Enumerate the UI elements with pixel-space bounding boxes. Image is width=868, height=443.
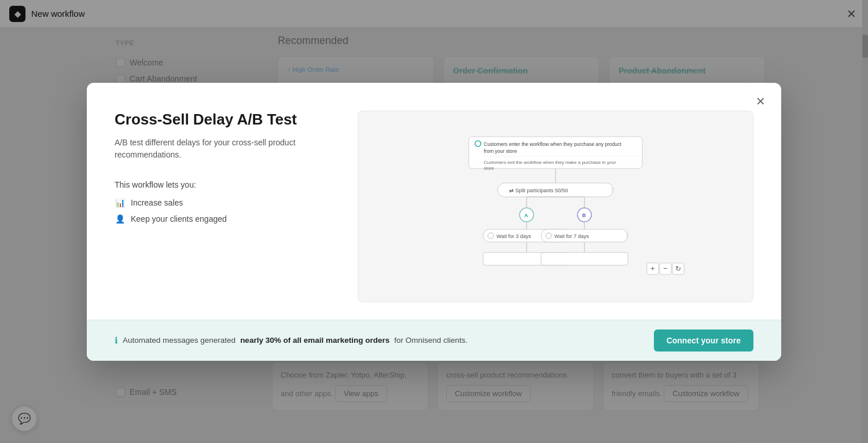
svg-text:⋮: ⋮ [624,232,630,239]
modal-left-panel: Cross-Sell Delay A/B Test A/B test diffe… [115,111,334,302]
feature-item-1: 📊 Increase sales [115,197,334,208]
svg-text:Customers exit the workflow wh: Customers exit the workflow when they ma… [484,160,616,165]
svg-text:Wait for 3 days: Wait for 3 days [496,233,531,239]
svg-text:Wait for 7 days: Wait for 7 days [554,233,589,239]
workflow-diagram-svg: Customers enter the workflow when they p… [370,131,741,281]
clients-icon: 👤 [115,214,125,224]
banner-highlight: nearly 30% of all email marketing orders [240,336,389,345]
modal-body: Cross-Sell Delay A/B Test A/B test diffe… [87,83,781,320]
lets-you-label: This workflow lets you: [115,180,334,189]
modal-close-button[interactable]: ✕ [751,92,770,111]
svg-text:⇄ Split participants 50/50: ⇄ Split participants 50/50 [509,188,568,193]
svg-text:B: B [582,213,586,218]
svg-text:+: + [650,264,655,273]
modal-overlay: ✕ Cross-Sell Delay A/B Test A/B test dif… [0,0,868,443]
modal-banner: ℹ Automated messages generated nearly 30… [87,320,781,361]
svg-text:Customers enter the workflow w: Customers enter the workflow when they p… [484,141,621,147]
svg-text:−: − [663,264,668,273]
svg-text:from your store: from your store [484,148,517,154]
svg-text:A: A [524,213,528,218]
svg-rect-31 [541,252,628,265]
banner-suffix: for Omnisend clients. [394,336,468,345]
svg-text:⋮: ⋮ [609,186,615,193]
modal-right-panel: Customers enter the workflow when they p… [358,111,753,302]
workflow-title: Cross-Sell Delay A/B Test [115,111,334,129]
banner-text: ℹ Automated messages generated nearly 30… [115,335,468,346]
workflow-preview: Customers enter the workflow when they p… [358,111,753,302]
svg-text:store: store [484,166,494,171]
workflow-description: A/B test different delays for your cross… [115,137,334,162]
connect-store-button[interactable]: Connect your store [654,329,753,352]
sales-icon: 📊 [115,197,125,208]
modal-dialog: ✕ Cross-Sell Delay A/B Test A/B test dif… [87,83,781,361]
banner-prefix: Automated messages generated [123,336,236,345]
svg-text:↻: ↻ [675,265,681,273]
feature-list: 📊 Increase sales 👤 Keep your clients eng… [115,197,334,224]
info-icon: ℹ [115,335,118,346]
feature-item-2: 👤 Keep your clients engaged [115,214,334,224]
